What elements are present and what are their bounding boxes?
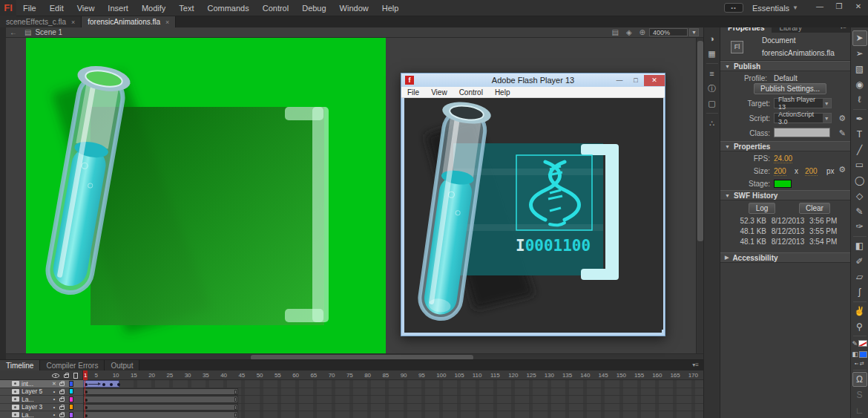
layer-color-chip[interactable] xyxy=(69,396,73,402)
menu-item-control[interactable]: Control xyxy=(256,0,295,16)
back-arrow-icon[interactable]: ← xyxy=(10,28,17,36)
layer-row-layer-5[interactable]: Layer 5• xyxy=(0,388,83,396)
tab-close-icon[interactable]: × xyxy=(165,19,169,26)
layer-row-layer-3[interactable]: Layer 3• xyxy=(0,404,83,412)
zoom-tool[interactable]: ⚲ xyxy=(852,319,867,334)
pen-tool[interactable]: ✒ xyxy=(852,111,867,127)
layer-lock-toggle[interactable] xyxy=(59,406,65,410)
frame-row[interactable] xyxy=(83,380,703,388)
bone-tool[interactable]: ʃ xyxy=(852,284,867,300)
frame-span[interactable] xyxy=(83,404,238,411)
pencil-tool[interactable]: ✎ xyxy=(852,203,867,219)
color-panel-icon[interactable]: ◑ xyxy=(706,31,719,46)
center-frame-icon[interactable]: ⊕ xyxy=(640,28,645,36)
doc-tab-forensicanimations-fla[interactable]: forensicAnimations.fla× xyxy=(82,16,176,27)
scene-label[interactable]: Scene 1 xyxy=(35,28,62,36)
frame-row[interactable] xyxy=(83,411,703,418)
smooth-option[interactable]: S xyxy=(852,387,867,402)
playhead-line[interactable] xyxy=(85,380,85,418)
free-transform-tool[interactable]: ▧ xyxy=(852,61,867,76)
properties-section-header[interactable]: ▼ Properties xyxy=(720,141,850,151)
motion-presets-panel-icon[interactable]: ∴ xyxy=(706,116,719,131)
layer-visibility-toggle[interactable]: • xyxy=(50,389,59,394)
layer-row-la[interactable]: La...• xyxy=(0,396,83,404)
layer-visibility-toggle[interactable]: ✕ xyxy=(50,381,59,387)
player-title-bar[interactable]: f Adobe Flash Player 13 — □ ✕ xyxy=(401,74,665,87)
info-panel-icon[interactable]: ⓘ xyxy=(706,81,719,96)
menu-item-text[interactable]: Text xyxy=(172,0,200,16)
class-edit-pencil-icon[interactable]: ✎ xyxy=(839,128,846,138)
menu-item-debug[interactable]: Debug xyxy=(295,0,332,16)
stage-color-swatch[interactable] xyxy=(774,180,792,188)
frame-span[interactable] xyxy=(83,396,238,403)
script-dropdown[interactable]: ActionScript 3.0 ▼ xyxy=(774,113,832,123)
menu-item-view[interactable]: View xyxy=(70,0,102,16)
class-input[interactable] xyxy=(774,128,830,137)
player-menu-control[interactable]: Control xyxy=(453,88,489,97)
layer-color-chip[interactable] xyxy=(69,412,73,418)
timeline-ruler[interactable]: 5101520253035404550556065707580859095100… xyxy=(0,370,703,380)
fps-value[interactable]: 24.00 xyxy=(774,154,792,163)
zoom-caret-button[interactable]: ▼ xyxy=(689,28,699,36)
target-dropdown[interactable]: Flash Player 13 ▼ xyxy=(774,98,832,108)
menu-item-file[interactable]: File xyxy=(16,0,43,16)
layer-visibility-toggle[interactable]: • xyxy=(50,396,59,402)
fill-color-swatch[interactable] xyxy=(859,351,867,358)
player-minimize-button[interactable]: — xyxy=(611,75,628,86)
frame-row[interactable] xyxy=(83,396,703,404)
v-scroll-thumb[interactable] xyxy=(697,41,703,241)
stage-vertical-scrollbar[interactable] xyxy=(696,38,703,353)
lock-all-icon[interactable] xyxy=(64,374,69,378)
publish-settings-button[interactable]: Publish Settings... xyxy=(754,83,826,94)
size-height-value[interactable]: 200 xyxy=(805,167,818,176)
timeline-panel-menu-icon[interactable]: ▾≡ xyxy=(692,360,703,370)
size-settings-wrench-icon[interactable]: ⚙ xyxy=(838,165,846,174)
zoom-level-select[interactable]: 400% xyxy=(649,28,688,36)
text-tool[interactable]: T xyxy=(852,126,867,142)
swf-history-clear-button[interactable]: Clear xyxy=(799,203,830,214)
workspace-switcher[interactable]: Essentials xyxy=(752,4,789,13)
paint-bucket-tool[interactable]: ◧ xyxy=(852,238,867,254)
player-menu-file[interactable]: File xyxy=(401,88,425,97)
swf-history-log-button[interactable]: Log xyxy=(749,203,775,214)
menu-item-edit[interactable]: Edit xyxy=(43,0,70,16)
layer-row-int[interactable]: int...✕ xyxy=(0,380,83,388)
tab-timeline[interactable]: Timeline xyxy=(0,360,40,370)
menu-item-help[interactable]: Help xyxy=(375,0,406,16)
edit-scene-icon[interactable]: ▤ xyxy=(611,28,618,36)
frame-span[interactable] xyxy=(83,411,238,418)
subselection-tool[interactable]: ➢ xyxy=(852,46,867,62)
swatches-panel-icon[interactable]: ▦ xyxy=(706,46,719,61)
show-hide-all-eye-icon[interactable] xyxy=(52,373,59,378)
lasso-tool[interactable]: ℓ xyxy=(852,92,867,108)
selection-tool[interactable]: ➤ xyxy=(852,30,867,46)
hand-tool[interactable]: ✌ xyxy=(852,304,867,319)
tab-output[interactable]: Output xyxy=(105,360,139,370)
layer-color-chip[interactable] xyxy=(69,381,73,387)
straighten-option[interactable]: ∟ xyxy=(852,402,867,418)
oval-tool[interactable]: ◯ xyxy=(852,173,867,189)
layer-color-chip[interactable] xyxy=(69,404,73,410)
stroke-color-control[interactable]: ✎ xyxy=(852,338,867,349)
layer-color-chip[interactable] xyxy=(69,388,73,394)
snap-to-objects-toggle[interactable]: Ω xyxy=(852,372,867,388)
layer-lock-toggle[interactable] xyxy=(59,391,65,394)
layer-lock-toggle[interactable] xyxy=(59,382,65,386)
close-button[interactable]: ✕ xyxy=(849,0,868,13)
polystar-tool[interactable]: ◇ xyxy=(852,188,867,203)
tab-close-icon[interactable]: × xyxy=(71,19,75,26)
brush-tool[interactable]: ✑ xyxy=(852,219,867,235)
frame-span[interactable] xyxy=(83,388,238,396)
menu-item-window[interactable]: Window xyxy=(333,0,375,16)
frames-grid[interactable] xyxy=(83,380,703,418)
fill-color-control[interactable]: ◧ xyxy=(852,349,867,360)
rectangle-tool[interactable]: ▭ xyxy=(852,157,867,173)
menu-item-modify[interactable]: Modify xyxy=(135,0,172,16)
layer-visibility-toggle[interactable]: • xyxy=(50,405,59,410)
player-maximize-button[interactable]: □ xyxy=(628,75,644,86)
align-panel-icon[interactable]: ≡ xyxy=(706,66,719,81)
menu-item-commands[interactable]: Commands xyxy=(200,0,255,16)
chevron-down-icon[interactable]: ▼ xyxy=(792,4,798,11)
menu-item-insert[interactable]: Insert xyxy=(101,0,135,16)
player-menu-view[interactable]: View xyxy=(425,88,453,97)
